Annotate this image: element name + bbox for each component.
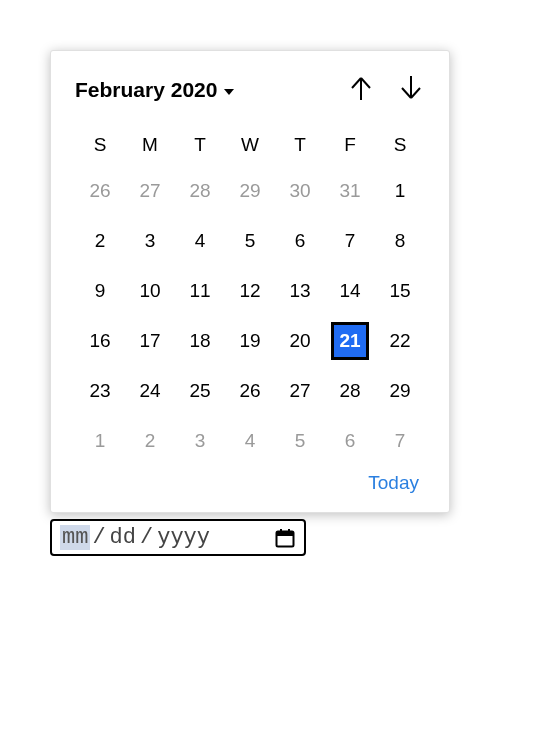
day-cell[interactable]: 17 [131,322,169,360]
calendar-week: 9101112131415 [75,266,425,316]
day-cell[interactable]: 29 [231,172,269,210]
day-cell[interactable]: 3 [131,222,169,260]
day-cell[interactable]: 2 [131,422,169,460]
chevron-down-icon [223,78,235,102]
weekday-header: W [225,124,275,166]
day-cell[interactable]: 9 [81,272,119,310]
calendar-week: 2345678 [75,216,425,266]
day-cell[interactable]: 5 [231,222,269,260]
arrow-up-icon [349,75,373,104]
day-cell[interactable]: 26 [231,372,269,410]
day-cell[interactable]: 25 [181,372,219,410]
month-year-selector[interactable]: February 2020 [75,78,235,102]
weekday-header: S [375,124,425,166]
day-cell[interactable]: 8 [381,222,419,260]
weekday-header: T [175,124,225,166]
calendar-week: 16171819202122 [75,316,425,366]
day-cell[interactable]: 19 [231,322,269,360]
day-cell[interactable]: 24 [131,372,169,410]
calendar-header: February 2020 [75,73,425,106]
today-link[interactable]: Today [368,472,419,493]
calendar-icon[interactable] [274,527,296,549]
day-cell[interactable]: 7 [331,222,369,260]
prev-month-button[interactable] [347,73,375,106]
day-cell[interactable]: 12 [231,272,269,310]
month-year-label: February 2020 [75,78,217,102]
date-input[interactable]: mm / dd / yyyy [50,519,306,556]
calendar-week: 2627282930311 [75,166,425,216]
day-cell[interactable]: 21 [331,322,369,360]
arrow-down-icon [399,75,423,104]
day-cell[interactable]: 7 [381,422,419,460]
day-cell[interactable]: 23 [81,372,119,410]
day-cell[interactable]: 4 [231,422,269,460]
day-cell[interactable]: 5 [281,422,319,460]
day-cell[interactable]: 28 [331,372,369,410]
day-cell[interactable]: 11 [181,272,219,310]
svg-rect-1 [277,531,294,536]
day-cell[interactable]: 22 [381,322,419,360]
day-cell[interactable]: 27 [281,372,319,410]
calendar-week: 1234567 [75,416,425,466]
day-cell[interactable]: 27 [131,172,169,210]
day-cell[interactable]: 1 [81,422,119,460]
weekday-header: F [325,124,375,166]
weekday-row: S M T W T F S [75,124,425,166]
day-cell[interactable]: 16 [81,322,119,360]
date-input-yyyy[interactable]: yyyy [155,525,212,550]
next-month-button[interactable] [397,73,425,106]
date-input-mm[interactable]: mm [60,525,90,550]
day-cell[interactable]: 29 [381,372,419,410]
date-input-sep: / [138,525,155,550]
date-input-dd[interactable]: dd [108,525,138,550]
day-cell[interactable]: 18 [181,322,219,360]
day-cell[interactable]: 1 [381,172,419,210]
day-cell[interactable]: 6 [281,222,319,260]
day-cell[interactable]: 4 [181,222,219,260]
day-cell[interactable]: 15 [381,272,419,310]
day-cell[interactable]: 13 [281,272,319,310]
day-cell[interactable]: 2 [81,222,119,260]
calendar-popup: February 2020 S M T W [50,50,450,513]
weekday-header: T [275,124,325,166]
day-cell[interactable]: 14 [331,272,369,310]
day-cell[interactable]: 10 [131,272,169,310]
date-input-sep: / [90,525,107,550]
day-cell[interactable]: 3 [181,422,219,460]
calendar-week: 23242526272829 [75,366,425,416]
day-cell[interactable]: 30 [281,172,319,210]
day-cell[interactable]: 6 [331,422,369,460]
calendar-grid: S M T W T F S 26272829303112345678910111… [75,124,425,466]
calendar-nav [347,73,425,106]
weekday-header: S [75,124,125,166]
day-cell[interactable]: 31 [331,172,369,210]
day-cell[interactable]: 26 [81,172,119,210]
weekday-header: M [125,124,175,166]
day-cell[interactable]: 28 [181,172,219,210]
day-cell[interactable]: 20 [281,322,319,360]
today-row: Today [75,472,425,494]
